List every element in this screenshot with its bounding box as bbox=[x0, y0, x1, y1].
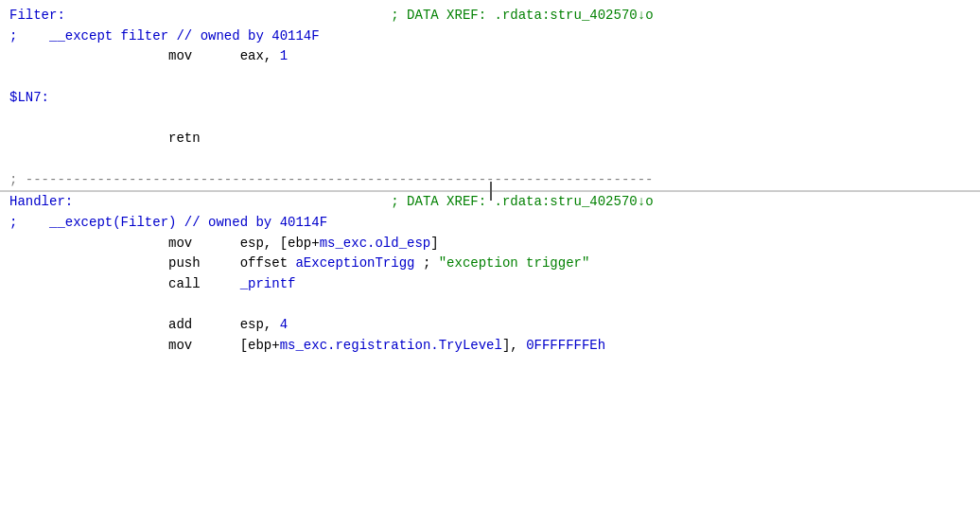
line-retn: retn bbox=[0, 129, 980, 149]
except-filter-comment: ; __except filter // owned by 40114F bbox=[9, 26, 320, 47]
label-handler: Handler: bbox=[9, 192, 73, 213]
line-filter: Filter: ; DATA XREF: .rdata:stru_402570↓… bbox=[0, 6, 980, 26]
line-mov-trylevel: mov [ebp+ms_exc.registration.TryLevel], … bbox=[0, 336, 980, 357]
line-mov-esp: mov esp, [ebp+ms_exc.old_esp] bbox=[0, 234, 980, 254]
line-add-esp: add esp, 4 bbox=[0, 315, 980, 336]
line-except-filter2: ; __except(Filter) // owned by 40114F bbox=[0, 213, 980, 234]
label-filter: Filter: bbox=[9, 6, 65, 26]
line-call-printf: call _printf bbox=[0, 274, 980, 295]
except-handler-comment: ; __except(Filter) // owned by 40114F bbox=[9, 213, 327, 234]
split-handle[interactable] bbox=[490, 182, 492, 201]
code-view: Filter: ; DATA XREF: .rdata:stru_402570↓… bbox=[0, 0, 980, 508]
label-ln7: $LN7: bbox=[9, 88, 49, 109]
xref-comment-bottom: ; DATA XREF: .rdata:stru_402570↓o bbox=[391, 192, 653, 213]
line-except-filter: ; __except filter // owned by 40114F bbox=[0, 26, 980, 47]
line-empty3 bbox=[0, 149, 980, 170]
split-divider[interactable] bbox=[0, 190, 980, 192]
line-push-offset: push offset aExceptionTrigg ; "exception… bbox=[0, 254, 980, 274]
line-empty1 bbox=[0, 67, 980, 88]
line-empty2 bbox=[0, 108, 980, 129]
line-ln7: $LN7: bbox=[0, 88, 980, 109]
line-mov-eax: mov eax, 1 bbox=[0, 46, 980, 67]
line-empty4 bbox=[0, 295, 980, 316]
xref-comment-top: ; DATA XREF: .rdata:stru_402570↓o bbox=[391, 6, 653, 26]
